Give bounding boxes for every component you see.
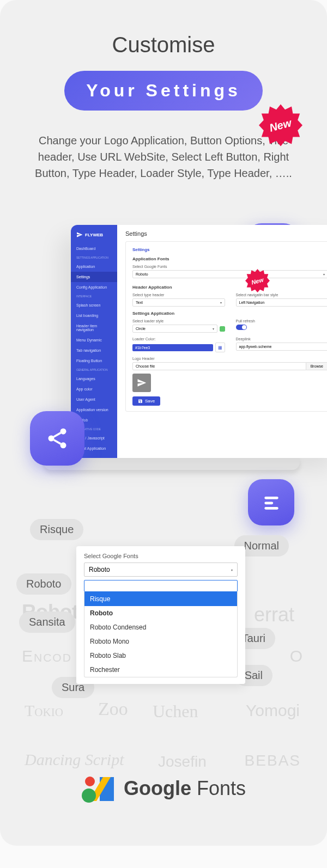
font-select-dropdown[interactable]: Roboto▾ — [84, 563, 238, 577]
sidebar-item[interactable]: Application — [71, 261, 117, 272]
bg-font: Zoo — [98, 699, 128, 719]
font-option[interactable]: Risque — [84, 592, 237, 606]
sidebar-section: SETTINGS APPLICATION — [71, 254, 117, 261]
font-option[interactable]: Roboto Condensed — [84, 620, 237, 634]
sidebar-brand: FLYWEB — [71, 229, 117, 243]
sidebar-item[interactable]: Settings — [71, 272, 117, 282]
browse-button[interactable]: Browse — [306, 362, 327, 370]
font-option[interactable]: Roboto Mono — [84, 634, 237, 649]
loader-preview-dot — [220, 326, 225, 332]
svg-point-3 — [60, 429, 66, 435]
settings-screen-mockup: FLYWEB DashBoardSETTINGS APPLICATIONAppl… — [71, 225, 327, 458]
font-search-input[interactable] — [84, 580, 238, 592]
svg-point-2 — [49, 436, 55, 442]
new-badge: New — [259, 103, 302, 147]
list-icon — [261, 492, 282, 513]
google-fonts-icon — [81, 775, 114, 802]
font-select-panel: Select Google Fonts Roboto▾ RisqueRoboto… — [76, 546, 245, 684]
save-button[interactable]: Save — [132, 396, 160, 406]
chevron-down-icon: ▾ — [231, 568, 233, 572]
section-settings-app: Settings Application — [132, 311, 327, 316]
bg-font: Josefin — [158, 753, 207, 771]
logo-preview — [132, 374, 151, 392]
paper-plane-icon — [76, 231, 83, 238]
font-option[interactable]: Roboto Slab — [84, 649, 237, 663]
sidebar-item[interactable]: Header item navigation — [71, 321, 117, 335]
new-badge-small: New — [245, 268, 270, 293]
label-nav-bar-style: Select navigatin bar style — [236, 293, 328, 297]
google-fonts-logo: Google Fonts — [0, 775, 327, 802]
label-logo-header: Logo Header — [132, 357, 327, 360]
svg-point-10 — [82, 788, 96, 803]
font-option[interactable]: Roboto — [84, 606, 237, 620]
section-app-fonts: Application Fonts — [132, 256, 327, 261]
google-fonts-text: Google Fonts — [124, 777, 246, 800]
main-panel: Settings Settings Application Fonts Sele… — [117, 225, 327, 458]
toggle-pull-refresh[interactable] — [236, 325, 247, 330]
font-showcase: Roboto errat Encod O Tokio Zoo Uchen Yom… — [0, 519, 327, 780]
bg-font: O — [290, 647, 302, 665]
hero-subtitle-pill: Your Settings — [64, 71, 263, 111]
svg-rect-5 — [264, 496, 278, 499]
laptop-base — [44, 457, 300, 470]
select-loader-style[interactable]: Circle▾ — [132, 325, 217, 333]
select-type-header[interactable]: Text▾ — [132, 298, 225, 307]
sidebar-item[interactable]: Tab navigation — [71, 345, 117, 356]
label-loader-color: Loader Color: — [132, 337, 225, 341]
font-option-list: RisqueRobotoRoboto CondensedRoboto MonoR… — [84, 592, 238, 677]
share-icon-button[interactable] — [30, 411, 84, 466]
sidebar-section: GENERAL APPLICATION — [71, 366, 117, 374]
sidebar-item[interactable]: DashBoard — [71, 243, 117, 254]
bg-font: Dancing Script — [25, 750, 124, 769]
save-icon — [138, 399, 143, 404]
bg-font: Yomogi — [246, 701, 300, 720]
svg-point-4 — [60, 442, 66, 448]
font-select-label: Select Google Fonts — [84, 553, 238, 559]
label-pull-refresh: Pull refresh — [236, 319, 328, 323]
bg-font: errat — [254, 603, 294, 626]
svg-point-11 — [85, 777, 95, 786]
file-input-logo[interactable]: Choose file — [132, 362, 306, 370]
sidebar-item[interactable]: Menu Dynamic — [71, 335, 117, 345]
select-nav-bar-style[interactable]: Left Navigation — [236, 298, 328, 307]
sidebar-item[interactable]: Floating Button — [71, 356, 117, 366]
font-pill-roboto[interactable]: Roboto — [16, 573, 71, 595]
svg-rect-7 — [264, 506, 278, 509]
card-heading: Settings — [132, 247, 327, 252]
hero-title: Customise — [22, 33, 305, 57]
chevron-down-icon: ▾ — [323, 272, 325, 276]
input-loader-color[interactable]: #1b7ee3 — [132, 344, 213, 351]
color-picker-button[interactable]: ▦ — [215, 343, 225, 352]
settings-card: Settings Application Fonts Select Google… — [125, 241, 327, 412]
bg-font: Encod — [22, 647, 72, 665]
sidebar-item[interactable]: Splash screen — [71, 300, 117, 310]
select-google-fonts[interactable]: Roboto▾ — [132, 270, 327, 278]
sidebar-item[interactable]: User Agent — [71, 394, 117, 405]
paper-plane-icon — [137, 378, 147, 388]
font-option[interactable]: Rochester — [84, 663, 237, 677]
sidebar-item[interactable]: Application version — [71, 405, 117, 415]
label-google-fonts: Select Google Fonts — [132, 265, 327, 268]
section-header-app: Header Application — [132, 285, 327, 290]
bg-font: BEBAS — [245, 752, 301, 769]
svg-rect-6 — [264, 502, 273, 504]
font-pill-sansita[interactable]: Sansita — [19, 612, 75, 633]
font-pill-risque[interactable]: Risque — [30, 519, 83, 540]
label-loader-style: Select loader style — [132, 319, 225, 323]
bg-font: Tokio — [25, 701, 63, 720]
sidebar-item[interactable]: List boarding — [71, 310, 117, 321]
sidebar-item[interactable]: Config Application — [71, 282, 117, 292]
share-icon — [45, 426, 69, 450]
input-deeplink[interactable]: app.flyweb.scheme — [236, 343, 328, 351]
bg-font: Uchen — [153, 701, 198, 722]
page-title: Settings — [117, 225, 327, 241]
sidebar-section: INTERFACE — [71, 292, 117, 300]
sidebar-item[interactable]: App color — [71, 384, 117, 394]
sidebar-item[interactable]: Languages — [71, 374, 117, 384]
label-deeplink: Deeplink — [236, 337, 328, 341]
label-type-header: Select type header — [132, 293, 225, 297]
